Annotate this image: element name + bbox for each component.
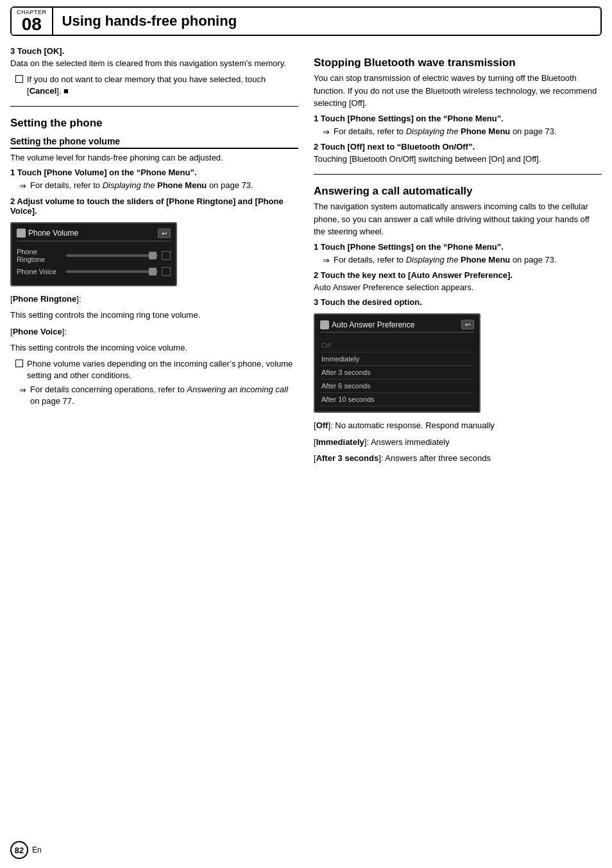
stop-step1-note: ⇒ For details, refer to Displaying the P…: [323, 126, 602, 138]
stopping-bt-body: You can stop transmission of electric wa…: [314, 72, 602, 110]
arrow-icon-4: ⇒: [323, 255, 330, 266]
arrow-icon: ⇒: [19, 180, 26, 192]
ans-step1: 1 Touch [Phone Settings] on the “Phone M…: [314, 242, 602, 266]
note-sq1-text: Phone volume varies depending on the inc…: [27, 358, 298, 381]
note-arr1: ⇒ For details concerning operations, ref…: [19, 384, 298, 407]
ringtone-slider-bar[interactable]: [66, 254, 158, 257]
option-3sec[interactable]: After 3 seconds: [320, 366, 474, 379]
phone-volume-screen: Phone Volume ↩ Phone Ringtone Phone Voic…: [10, 222, 177, 286]
phone-voice-row: Phone Voice: [17, 267, 171, 276]
screen-back-btn[interactable]: ↩: [158, 229, 171, 238]
screen-title-icon: Phone Volume: [17, 229, 78, 238]
step1-note-arrow: ⇒ For details, refer to Displaying the P…: [19, 180, 298, 192]
after3-description: [After 3 seconds]: Answers after three s…: [314, 452, 602, 465]
ans-step1-note: ⇒ For details, refer to Displaying the P…: [323, 254, 602, 266]
option-6sec[interactable]: After 6 seconds: [320, 379, 474, 393]
phone-ringtone-section-label: [Phone Ringtone]:: [10, 293, 298, 306]
stop-step2-body: Touching [Bluetooth On/Off] switching be…: [314, 153, 602, 166]
step3-heading: 3 Touch [OK].: [10, 46, 298, 56]
phone-screen-icon: [17, 229, 26, 238]
chapter-number: 08: [22, 15, 42, 33]
option-off[interactable]: Off: [320, 339, 474, 352]
screen-titlebar-volume: Phone Volume ↩: [17, 229, 171, 241]
step1-phone-volume: 1 Touch [Phone Volume] on the “Phone Men…: [10, 168, 298, 192]
phone-screen-icon-auto: [320, 320, 329, 329]
option-immediately[interactable]: Immediately: [320, 352, 474, 366]
note-arr1-text: For details concerning operations, refer…: [30, 384, 298, 407]
right-column: Stopping Bluetooth wave transmission You…: [314, 46, 602, 469]
step1-heading: 1 Touch [Phone Volume] on the “Phone Men…: [10, 168, 298, 177]
main-content: 3 Touch [OK]. Data on the selected item …: [0, 36, 612, 469]
screen-title-text: Phone Volume: [28, 229, 78, 238]
ans-step1-heading: 1 Touch [Phone Settings] on the “Phone M…: [314, 242, 602, 252]
step2-heading: 2 Adjust volume to touch the sliders of …: [10, 196, 298, 216]
immediately-description: [Immediately]: Answers immediately: [314, 436, 602, 449]
auto-answer-screen: Auto Answer Preference ↩ Off Immediately…: [314, 313, 480, 413]
section-title-answering: Answering a call automatically: [314, 185, 602, 198]
step2-adjust-volume: 2 Adjust volume to touch the sliders of …: [10, 196, 298, 216]
square-icon-2: [15, 360, 23, 367]
divider-setting-phone: [10, 106, 298, 107]
chapter-title: Using hands-free phoning: [53, 8, 246, 35]
screen-title-icon-auto: Auto Answer Preference: [320, 320, 414, 329]
page-footer: 82 En: [10, 841, 42, 859]
phone-ringtone-row: Phone Ringtone: [17, 248, 171, 263]
screen-titlebar-auto: Auto Answer Preference ↩: [320, 320, 474, 333]
ans-step2-heading: 2 Touch the key next to [Auto Answer Pre…: [314, 270, 602, 280]
ans-step2-body: Auto Answer Preference selection appears…: [314, 281, 602, 294]
stop-step2: 2 Touch [Off] next to “Bluetooth On/Off”…: [314, 142, 602, 166]
arrow-icon-2: ⇒: [19, 385, 26, 396]
step3-note-square: If you do not want to clear memory that …: [15, 74, 298, 97]
step3-note-text: If you do not want to clear memory that …: [27, 74, 298, 97]
answering-body: The navigation system automatically answ…: [314, 200, 602, 238]
voice-slider-thumb: [149, 268, 157, 275]
auto-answer-screen-title: Auto Answer Preference: [332, 320, 414, 329]
ringtone-checkbox: [162, 251, 171, 260]
section-title-setting-phone: Setting the phone: [10, 117, 298, 130]
ans-step3: 3 Touch the desired option.: [314, 297, 602, 307]
chapter-header: Chapter 08 Using hands-free phoning: [10, 6, 602, 36]
phone-voice-label-screen: Phone Voice: [17, 268, 62, 275]
ans-step2: 2 Touch the key next to [Auto Answer Pre…: [314, 270, 602, 294]
note-sq1: Phone volume varies depending on the inc…: [15, 358, 298, 381]
stop-step2-heading: 2 Touch [Off] next to “Bluetooth On/Off”…: [314, 142, 602, 152]
section-title-stopping-bt: Stopping Bluetooth wave transmission: [314, 56, 602, 69]
phone-ringtone-label-screen: Phone Ringtone: [17, 248, 62, 263]
ans-step1-note-text: For details, refer to Displaying the Pho…: [334, 254, 557, 266]
step-3-touch-ok: 3 Touch [OK]. Data on the selected item …: [10, 46, 298, 97]
option-10sec[interactable]: After 10 seconds: [320, 393, 474, 406]
phone-voice-section-label: [Phone Voice]:: [10, 326, 298, 338]
divider-answering: [314, 174, 602, 175]
stop-step1-note-text: For details, refer to Displaying the Pho…: [334, 126, 557, 137]
phone-voice-section-body: This setting controls the incoming voice…: [10, 342, 298, 354]
phone-ringtone-section-body: This setting controls the incoming ring …: [10, 309, 298, 322]
phone-volume-intro: The volume level for hands-free phoning …: [10, 152, 298, 164]
arrow-icon-3: ⇒: [323, 126, 330, 138]
stop-step1-heading: 1 Touch [Phone Settings] on the “Phone M…: [314, 114, 602, 123]
auto-answer-back-btn[interactable]: ↩: [461, 320, 474, 329]
language-label: En: [32, 846, 42, 855]
step3-body: Data on the selected item is cleared fro…: [10, 57, 298, 70]
stop-step1: 1 Touch [Phone Settings] on the “Phone M…: [314, 114, 602, 138]
page-number: 82: [10, 841, 28, 859]
subsection-title-phone-volume: Setting the phone volume: [10, 136, 298, 149]
chapter-label-wrap: Chapter 08: [12, 8, 53, 35]
ringtone-slider-thumb: [149, 252, 157, 259]
off-description: [Off]: No automatic response. Respond ma…: [314, 419, 602, 432]
ans-step3-heading: 3 Touch the desired option.: [314, 297, 602, 307]
left-column: 3 Touch [OK]. Data on the selected item …: [10, 46, 298, 469]
voice-slider-bar[interactable]: [66, 270, 158, 273]
step1-note-text: For details, refer to Displaying the Pho…: [30, 180, 253, 191]
voice-checkbox: [162, 267, 171, 276]
square-icon: [15, 75, 23, 83]
